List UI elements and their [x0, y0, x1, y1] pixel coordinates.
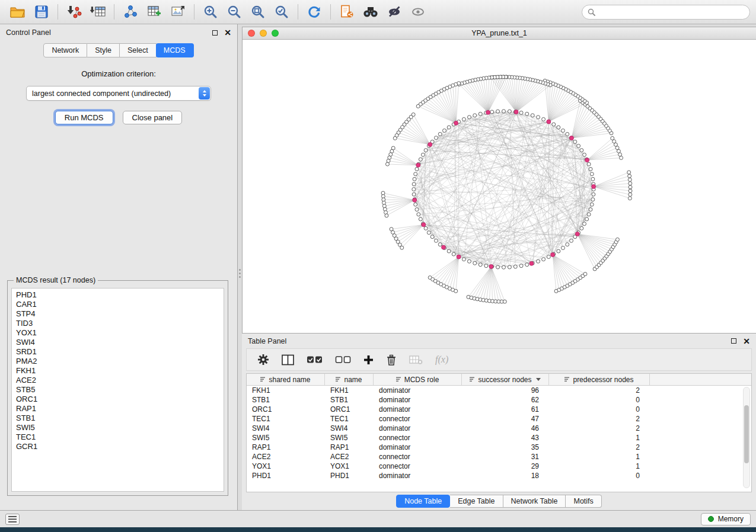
float-table-panel-icon[interactable]	[731, 338, 736, 344]
main-toolbar	[0, 0, 756, 24]
zoom-fit-button[interactable]	[246, 2, 270, 22]
traffic-light-zoom[interactable]	[272, 30, 279, 37]
table-cell: 0	[549, 395, 650, 405]
toolbar-separator	[298, 4, 298, 20]
mcds-result-item[interactable]: ORC1	[16, 395, 224, 404]
mcds-result-item[interactable]: TEC1	[16, 432, 224, 442]
zoom-selected-button[interactable]	[270, 2, 294, 22]
mcds-result-item[interactable]: PHD1	[16, 290, 224, 300]
search-box[interactable]	[582, 5, 750, 20]
zoom-fit-icon	[251, 5, 265, 19]
table-cell: 62	[462, 395, 549, 405]
table-row[interactable]: TEC1TEC1connector472	[247, 414, 751, 424]
memory-button[interactable]: Memory	[701, 513, 751, 525]
table-cell: 31	[462, 452, 549, 462]
column-header-shared-name[interactable]: shared name	[247, 374, 325, 385]
table-settings-button[interactable]	[257, 354, 269, 366]
mcds-result-list[interactable]: PHD1CAR1STP4TID3YOX1SWI4SRD1PMA2FKH1ACE2…	[11, 288, 224, 492]
table-cell: 47	[462, 414, 549, 424]
table-row[interactable]: SWI4SWI4dominator462	[247, 424, 751, 433]
select-all-icon	[307, 355, 323, 364]
mcds-result-item[interactable]: STB1	[16, 414, 224, 423]
network-canvas[interactable]	[243, 40, 756, 333]
deselect-all-button[interactable]	[335, 355, 351, 364]
column-header-MCDS-role[interactable]: MCDS role	[374, 374, 462, 385]
add-column-button[interactable]	[363, 355, 374, 365]
mcds-result-item[interactable]: FKH1	[16, 366, 224, 376]
tab-mcds[interactable]: MCDS	[156, 43, 194, 57]
traffic-light-minimize[interactable]	[260, 30, 267, 37]
tab-motifs[interactable]: Motifs	[566, 495, 601, 508]
tab-network[interactable]: Network	[43, 43, 87, 57]
tab-edge-table[interactable]: Edge Table	[450, 495, 503, 508]
table-row[interactable]: ORC1ORC1dominator610	[247, 405, 751, 414]
mcds-result-item[interactable]: STB5	[16, 385, 224, 395]
panel-splitter-handle[interactable]	[238, 264, 241, 282]
save-session-button[interactable]	[30, 2, 53, 22]
sort-caret-icon[interactable]	[536, 378, 541, 381]
table-scrollbar[interactable]	[743, 387, 750, 488]
table-row[interactable]: YOX1YOX1connector291	[247, 462, 751, 471]
refresh-view-button[interactable]	[302, 2, 326, 22]
mcds-result-item[interactable]: GCR1	[16, 442, 224, 451]
search-network-button[interactable]	[359, 2, 382, 22]
table-row[interactable]: PHD1PHD1dominator180	[247, 471, 751, 480]
binoculars-icon	[363, 5, 378, 18]
close-panel-button[interactable]: Close panel	[123, 111, 183, 124]
show-all-button[interactable]	[406, 2, 430, 22]
hide-selection-button[interactable]	[382, 2, 406, 22]
float-panel-icon[interactable]	[212, 30, 218, 36]
import-table-button[interactable]	[86, 2, 110, 22]
tab-node-table[interactable]: Node Table	[396, 495, 450, 508]
zoom-out-button[interactable]	[222, 2, 246, 22]
show-columns-button[interactable]	[282, 354, 294, 366]
new-table-button[interactable]	[142, 2, 166, 22]
mcds-result-item[interactable]: PMA2	[16, 357, 224, 366]
mcds-result-item[interactable]: SWI5	[16, 423, 224, 432]
close-panel-icon[interactable]: ✕	[224, 28, 231, 37]
mcds-result-item[interactable]: YOX1	[16, 328, 224, 338]
run-mcds-button[interactable]: Run MCDS	[55, 111, 113, 124]
table-scrollbar-thumb[interactable]	[744, 405, 749, 463]
network-window-titlebar[interactable]: YPA_prune.txt_1	[243, 27, 756, 40]
delete-column-button[interactable]	[386, 354, 397, 366]
tab-select[interactable]: Select	[120, 43, 157, 57]
mcds-result-item[interactable]: TID3	[16, 319, 224, 328]
zoom-in-button[interactable]	[199, 2, 222, 22]
status-menu-button[interactable]	[5, 514, 20, 525]
mcds-result-item[interactable]: STP4	[16, 309, 224, 319]
tab-network-table[interactable]: Network Table	[503, 495, 566, 508]
table-cell: 2	[549, 414, 650, 424]
share-network-button[interactable]	[335, 2, 359, 22]
column-header-predecessor-nodes[interactable]: predecessor nodes	[549, 374, 650, 385]
search-input[interactable]	[599, 8, 744, 16]
table-row[interactable]: STB1STB1dominator620	[247, 395, 751, 405]
criterion-dropdown[interactable]: largest connected component (undirected)	[26, 86, 211, 101]
mcds-result-item[interactable]: SRD1	[16, 347, 224, 357]
mcds-result-item[interactable]: RAP1	[16, 404, 224, 414]
tab-style[interactable]: Style	[87, 43, 120, 57]
export-image-button[interactable]	[166, 2, 190, 22]
toolbar-separator	[330, 4, 331, 20]
column-sort-icon	[260, 377, 266, 382]
table-cell: 0	[549, 405, 650, 414]
network-graph[interactable]	[243, 40, 756, 333]
open-file-button[interactable]	[6, 2, 30, 22]
table-row[interactable]: RAP1RAP1dominator352	[247, 443, 751, 452]
column-header-name[interactable]: name	[325, 374, 374, 385]
table-row[interactable]: SWI5SWI5connector431	[247, 433, 751, 443]
mcds-result-item[interactable]: ACE2	[16, 376, 224, 385]
table-cell: dominator	[374, 386, 462, 395]
column-label: predecessor nodes	[573, 376, 633, 384]
import-table-icon	[90, 5, 106, 19]
import-network-button[interactable]	[62, 2, 86, 22]
traffic-light-close[interactable]	[248, 30, 255, 37]
mcds-result-item[interactable]: CAR1	[16, 300, 224, 309]
table-row[interactable]: FKH1FKH1dominator962	[247, 386, 751, 395]
close-table-panel-icon[interactable]: ✕	[743, 337, 750, 345]
mcds-result-item[interactable]: SWI4	[16, 338, 224, 347]
select-all-button[interactable]	[307, 355, 323, 364]
column-header-successor-nodes[interactable]: successor nodes	[462, 374, 549, 385]
table-row[interactable]: ACE2ACE2connector311	[247, 452, 751, 462]
new-network-button[interactable]	[119, 2, 142, 22]
